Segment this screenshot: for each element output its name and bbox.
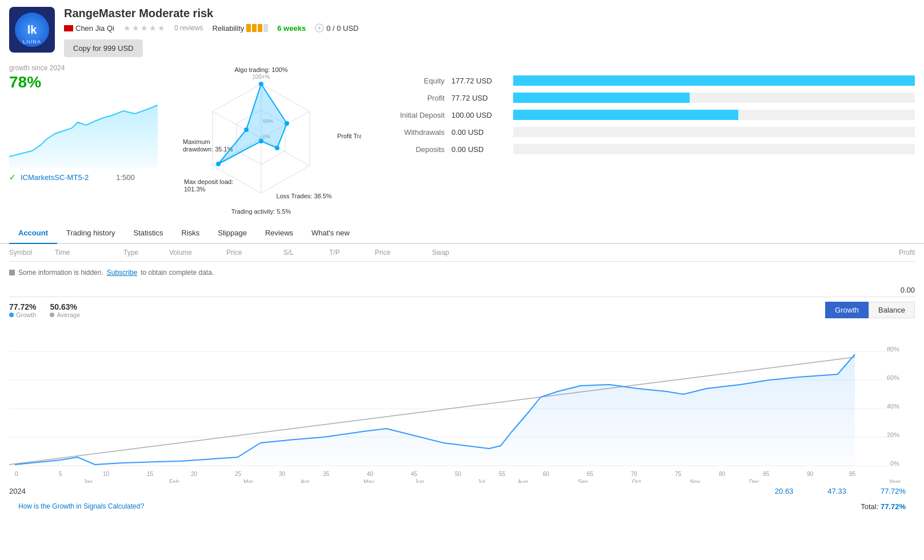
copy-button[interactable]: Copy for 999 USD xyxy=(64,39,143,57)
obtain-text: to obtain complete data. xyxy=(141,269,214,277)
tab-trading-history[interactable]: Trading history xyxy=(57,223,125,244)
initial-deposit-label: Initial Deposit xyxy=(370,111,445,119)
svg-text:Maximum: Maximum xyxy=(183,138,210,145)
svg-text:0: 0 xyxy=(15,471,18,477)
svg-text:100+%: 100+% xyxy=(252,74,270,80)
svg-text:5: 5 xyxy=(59,471,62,477)
copy-icon xyxy=(315,23,324,33)
svg-text:95: 95 xyxy=(849,471,856,477)
reliability: Reliability xyxy=(213,24,269,33)
reliability-bars xyxy=(246,24,268,32)
svg-text:55: 55 xyxy=(499,471,506,477)
mini-chart-svg xyxy=(9,94,158,168)
reliability-label: Reliability xyxy=(213,24,245,33)
initial-deposit-bar xyxy=(513,110,738,120)
svg-text:65: 65 xyxy=(587,471,594,477)
year-val-3: 77.72% xyxy=(881,487,906,495)
growth-section: growth since 2024 78% ✓ ICMarketsSC-MT5-… xyxy=(9,64,169,218)
legend-growth: 77.72% Growth xyxy=(9,302,36,318)
svg-point-21 xyxy=(259,82,263,86)
equity-label: Equity xyxy=(370,77,445,85)
total-value: 77.72% xyxy=(881,502,906,511)
svg-point-22 xyxy=(285,121,289,126)
col-tp: T/P xyxy=(329,249,375,257)
broker-row: ✓ ICMarketsSC-MT5-2 1:500 xyxy=(9,173,169,182)
legend-growth-label-row: Growth xyxy=(9,311,36,318)
legend-average: 50.63% Average xyxy=(50,302,80,318)
svg-text:Sep: Sep xyxy=(578,479,588,483)
how-link[interactable]: How is the Growth in Signals Calculated? xyxy=(18,502,144,511)
svg-text:Jul: Jul xyxy=(478,479,485,483)
svg-text:60: 60 xyxy=(543,471,550,477)
deposits-value: 0.00 USD xyxy=(451,145,509,154)
verified-icon: ✓ xyxy=(9,173,16,182)
hidden-icon xyxy=(9,270,15,275)
chart-footer: 2024 20.63 47.33 77.72% xyxy=(9,485,915,498)
svg-text:Loss Trades: 38.5%: Loss Trades: 38.5% xyxy=(276,193,331,199)
profit-label: Profit xyxy=(370,94,445,102)
withdrawals-bar-wrap xyxy=(513,127,915,137)
stat-deposits: Deposits 0.00 USD xyxy=(370,144,915,154)
author-name: Chen Jia Qi xyxy=(75,24,114,33)
flag-icon: Chen Jia Qi xyxy=(64,24,114,33)
profit-total-row: 0.00 xyxy=(9,283,915,297)
table-header: Symbol Time Type Volume Price S/L T/P Pr… xyxy=(9,244,915,262)
svg-text:Nov: Nov xyxy=(690,479,701,483)
legend-growth-pct: 77.72% xyxy=(9,302,36,311)
svg-text:20: 20 xyxy=(191,471,198,477)
col-type: Type xyxy=(123,249,169,257)
deposits-bar-wrap xyxy=(513,144,915,154)
year-values: 20.63 47.33 77.72% xyxy=(775,487,906,495)
col-symbol: Symbol xyxy=(9,249,55,257)
tab-reviews[interactable]: Reviews xyxy=(256,223,302,244)
svg-text:75: 75 xyxy=(675,471,682,477)
svg-text:drawdown: 35.1%: drawdown: 35.1% xyxy=(183,146,233,153)
stat-initial-deposit: Initial Deposit 100.00 USD xyxy=(370,110,915,120)
copy-info: 0 / 0 USD xyxy=(315,23,358,33)
tab-account[interactable]: Account xyxy=(9,223,57,244)
svg-text:10: 10 xyxy=(103,471,110,477)
header-info: RangeMaster Moderate risk Chen Jia Qi ★ … xyxy=(64,7,915,57)
col-sl: S/L xyxy=(283,249,329,257)
tab-statistics[interactable]: Statistics xyxy=(125,223,173,244)
stat-profit: Profit 77.72 USD xyxy=(370,93,915,103)
tab-whats-new[interactable]: What's new xyxy=(302,223,359,244)
legend-average-label-row: Average xyxy=(50,311,80,318)
svg-point-25 xyxy=(216,162,221,166)
tab-risks[interactable]: Risks xyxy=(173,223,209,244)
leverage-value: 1:500 xyxy=(116,173,135,182)
legend-average-pct: 50.63% xyxy=(50,302,80,311)
btn-growth[interactable]: Growth xyxy=(825,302,869,318)
average-dot xyxy=(50,313,54,317)
svg-text:Apr: Apr xyxy=(301,479,310,483)
subscribe-link[interactable]: Subscribe xyxy=(107,269,137,277)
copy-cost: 0 / 0 USD xyxy=(326,24,358,33)
svg-text:45: 45 xyxy=(411,471,418,477)
svg-text:101.3%: 101.3% xyxy=(184,186,206,193)
svg-text:0%: 0% xyxy=(890,460,899,467)
btn-balance[interactable]: Balance xyxy=(869,302,915,318)
withdrawals-value: 0.00 USD xyxy=(451,128,509,137)
stat-equity: Equity 177.72 USD xyxy=(370,75,915,86)
main-layout: growth since 2024 78% ✓ ICMarketsSC-MT5-… xyxy=(0,64,924,218)
rel-bar-1 xyxy=(246,24,251,32)
growth-label: Growth xyxy=(16,311,36,318)
radar-label-algo: Algo trading: 100% xyxy=(235,66,288,73)
weeks-active: 6 weeks xyxy=(277,24,306,33)
page-title: RangeMaster Moderate risk xyxy=(64,7,915,20)
svg-text:Profit Trades: 61.5%: Profit Trades: 61.5% xyxy=(337,133,361,139)
equity-bar xyxy=(513,75,915,86)
col-volume: Volume xyxy=(169,249,226,257)
col-price2: Price xyxy=(375,249,432,257)
tab-slippage[interactable]: Slippage xyxy=(209,223,256,244)
rel-bar-4 xyxy=(263,24,268,32)
col-time: Time xyxy=(55,249,123,257)
tabs: Account Trading history Statistics Risks… xyxy=(0,223,924,244)
svg-text:30: 30 xyxy=(279,471,286,477)
svg-text:Year: Year xyxy=(889,479,901,483)
svg-text:35: 35 xyxy=(323,471,330,477)
svg-text:Trading activity: 5.5%: Trading activity: 5.5% xyxy=(231,208,291,215)
year-val-1: 20.63 xyxy=(775,487,794,495)
logo-box: lk LIUNA xyxy=(9,7,55,53)
header-meta: Chen Jia Qi ★ ★ ★ ★ ★ 0 reviews Reliabil… xyxy=(64,23,915,33)
